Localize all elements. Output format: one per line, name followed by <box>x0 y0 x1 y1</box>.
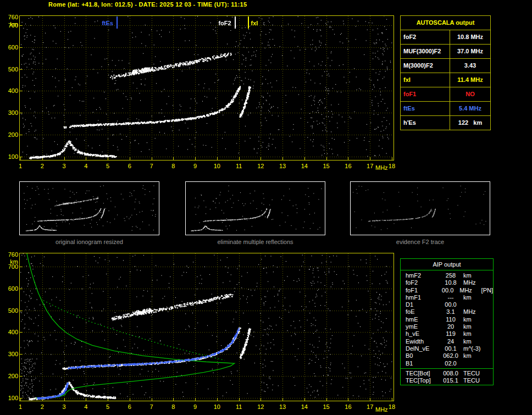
x-tick-label: 9 <box>190 163 200 169</box>
y-tick-label: 760 <box>3 14 18 20</box>
page-title: Rome (lat: +41.8, lon: 012.5) - DATE: 20… <box>48 1 247 8</box>
autoscala-row-label: M(3000)F2 <box>401 59 450 73</box>
aip-table-row: hmE110km <box>401 316 493 323</box>
aip-table-row: hmF2258km <box>401 272 493 279</box>
marker-label-fof2: foF2 <box>209 20 231 26</box>
aip-row-unit: km <box>462 338 485 345</box>
aip-table-row: DelN_vE00.1m^(-3) <box>401 345 493 352</box>
aip-row-unit: km <box>462 316 485 323</box>
x-tick-label: 3 <box>59 403 69 410</box>
aip-row-unit: km <box>462 294 485 301</box>
aip-row-name: ymE <box>401 323 440 330</box>
y-tick-label: 600 <box>3 44 18 51</box>
x-tick-label: 6 <box>125 163 135 169</box>
x-tick-label: 16 <box>343 163 353 169</box>
aip-table-row: B0062.0km <box>401 352 493 359</box>
aip-row-unit: MHz <box>462 279 485 286</box>
aip-row-note: [PN] <box>480 287 493 294</box>
autoscala-screen: Rome (lat: +41.8, lon: 012.5) - DATE: 20… <box>0 0 532 415</box>
x-tick-label: 9 <box>190 403 200 410</box>
y-tick-label: 300 <box>3 109 18 116</box>
thumbnail-caption: eliminate multiple reflections <box>185 239 325 245</box>
x-tick-label: 8 <box>168 403 178 410</box>
x-axis-unit-top: MHz <box>375 164 388 171</box>
aip-row-value: 258 <box>440 272 462 279</box>
x-tick-label: 14 <box>300 163 309 169</box>
x-tick-label: 18 <box>387 163 397 169</box>
y-tick-label: 500 <box>3 307 18 314</box>
aip-row-value: 062.0 <box>440 352 462 359</box>
y-tick-label: 100 <box>3 153 18 160</box>
x-tick-label: 5 <box>103 163 113 169</box>
aip-table-row: D100.0 <box>401 301 493 308</box>
aip-table-row: Ewidth24km <box>401 338 493 345</box>
thumbnail-original-ionogram <box>19 181 159 235</box>
autoscala-table-row: h'Es122 km <box>401 115 490 130</box>
aip-table-row: TEC[Top]015.1TECU <box>401 377 493 384</box>
autoscala-table-row: M(3000)F23.43 <box>401 58 490 73</box>
aip-divider <box>401 368 493 369</box>
aip-row-name: Ewidth <box>401 338 440 345</box>
y-tick-label: 600 <box>3 285 18 292</box>
y-tick-label: 700 <box>3 22 18 29</box>
x-tick-label: 12 <box>256 163 265 169</box>
aip-row-value: 20 <box>440 323 462 330</box>
aip-row-unit: km <box>462 330 485 337</box>
marker-label-fxi: fxI <box>251 20 271 26</box>
autoscala-row-label: foF2 <box>401 30 450 44</box>
aip-table-row: hmF1---km <box>401 294 493 301</box>
aip-row-value: 00.0 <box>437 287 458 294</box>
x-tick-label: 8 <box>168 163 178 169</box>
x-tick-label: 4 <box>81 403 91 410</box>
aip-row-name: D1 <box>401 301 440 308</box>
aip-table-row: foF210.8MHz <box>401 279 493 286</box>
y-tick-label: 200 <box>3 373 18 379</box>
x-tick-label: 10 <box>212 403 222 410</box>
aip-row-unit: km <box>462 323 485 330</box>
y-tick-label: 300 <box>3 351 18 357</box>
aip-table-row: B102.0 <box>401 360 493 367</box>
x-tick-label: 15 <box>322 163 331 169</box>
aip-row-value: 00.0 <box>440 301 462 308</box>
autoscala-table-row: MUF(3000)F237.0 MHz <box>401 44 490 58</box>
aip-row-name: TEC[Bot] <box>401 370 440 377</box>
aip-row-unit: TECU <box>462 370 485 377</box>
autoscala-row-value: 11.4 MHz <box>450 73 490 87</box>
ionogram-plot-canvas <box>19 15 394 161</box>
autoscala-row-label: foF1 <box>401 87 450 101</box>
aip-table-row: ymE20km <box>401 323 493 330</box>
aip-table-title: AIP output <box>401 259 493 270</box>
autoscala-row-label: fxI <box>401 73 450 87</box>
aip-row-value: 10.8 <box>440 279 462 286</box>
aip-table-row: foF100.0MHz[PN] <box>401 287 493 294</box>
x-tick-label: 12 <box>256 403 265 410</box>
autoscala-table-row: foF210.8 MHz <box>401 30 490 44</box>
x-tick-label: 5 <box>103 403 113 410</box>
x-tick-label: 14 <box>300 403 309 410</box>
aip-row-value: 015.1 <box>440 377 462 384</box>
aip-row-value: 110 <box>440 316 462 323</box>
y-tick-label: 100 <box>3 395 18 401</box>
thumbnail-caption: original ionogram resized <box>19 239 159 245</box>
autoscala-table-title: AUTOSCALA output <box>401 16 490 30</box>
aip-row-unit: TECU <box>462 377 485 384</box>
thumbnail-caption: evidence F2 trace <box>350 239 490 245</box>
x-axis-unit-bottom: MHz <box>375 406 388 413</box>
x-tick-label: 4 <box>81 163 91 169</box>
aip-row-name: h_vE <box>401 330 440 337</box>
x-tick-label: 13 <box>278 163 287 169</box>
y-tick-label: 500 <box>3 66 18 73</box>
autoscala-output-table: AUTOSCALA output foF210.8 MHzMUF(3000)F2… <box>400 15 491 130</box>
x-tick-label: 10 <box>212 163 222 169</box>
autoscala-row-value: 122 km <box>450 116 490 130</box>
aip-row-name: hmE <box>401 316 440 323</box>
aip-row-name: foE <box>401 308 440 316</box>
autoscala-row-label: h'Es <box>401 116 450 130</box>
y-tick-label: 400 <box>3 329 18 335</box>
x-tick-label: 2 <box>37 163 47 169</box>
aip-row-unit: m^(-3) <box>462 345 485 352</box>
aip-table-row: foE3.1MHz <box>401 308 493 316</box>
aip-row-unit: MHz <box>458 287 480 294</box>
aip-row-name: foF1 <box>401 287 437 294</box>
aip-row-value: 119 <box>440 330 462 337</box>
